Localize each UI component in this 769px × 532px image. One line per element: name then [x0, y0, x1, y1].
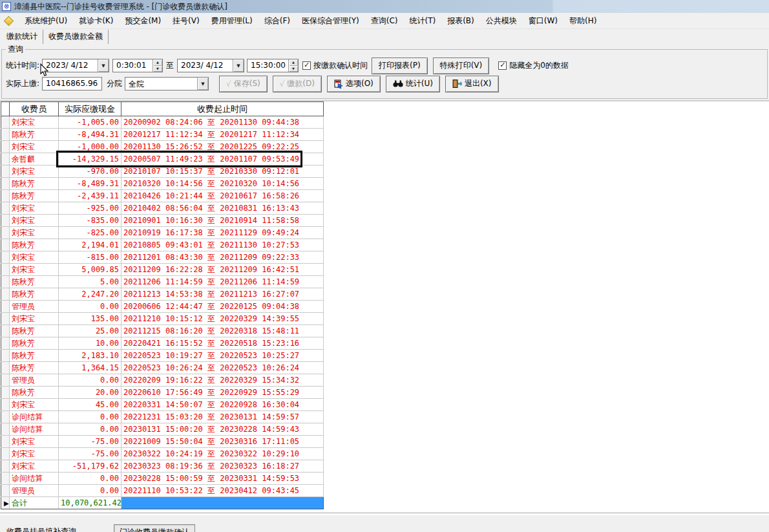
cashier-name-cell[interactable]: 陈秋芳: [10, 362, 59, 374]
time-from-spin-buttons[interactable]: ▲▼: [153, 59, 162, 72]
row-selector-cell[interactable]: [1, 485, 10, 497]
cashier-name-cell[interactable]: 刘宋宝: [10, 165, 59, 178]
time-range-cell[interactable]: 20200507 11:49:23 至 20201107 09:53:49: [121, 153, 324, 165]
table-row[interactable]: 陈秋芳 2,183.10 20220523 10:19:27 至 2022052…: [1, 350, 324, 362]
time-range-cell[interactable]: 20211213 14:53:38 至 20211213 16:27:07: [121, 288, 324, 301]
cash-amount-cell[interactable]: 2,183.10: [59, 350, 121, 362]
col-header-time[interactable]: 收费起止时间: [121, 102, 324, 116]
cash-amount-cell[interactable]: 20.00: [59, 387, 121, 399]
cashier-name-cell[interactable]: 管理员: [10, 374, 59, 387]
cashier-name-cell[interactable]: 管理员: [10, 301, 59, 313]
cashier-name-cell[interactable]: 刘宋宝: [10, 251, 59, 264]
cash-amount-cell[interactable]: 0.00: [59, 485, 121, 497]
cash-amount-cell[interactable]: -8,494.31: [59, 129, 121, 141]
row-selector-cell[interactable]: [1, 141, 10, 153]
table-row[interactable]: 陈秋芳 -2,439.11 20210426 10:21:44 至 202106…: [1, 190, 324, 202]
row-selector-cell[interactable]: [1, 337, 10, 350]
cashier-name-cell[interactable]: 刘宋宝: [10, 313, 59, 325]
cash-amount-cell[interactable]: 0.00: [59, 301, 121, 313]
table-row[interactable]: 陈秋芳 1,364.15 20220523 10:26:24 至 2022052…: [1, 362, 324, 374]
cash-amount-cell[interactable]: -75.00: [59, 436, 121, 448]
cash-amount-cell[interactable]: 0.00: [59, 411, 121, 423]
time-to-spin-buttons[interactable]: ▲▼: [288, 59, 298, 72]
time-range-cell[interactable]: 20201217 11:12:34 至 20201217 11:12:34: [121, 129, 324, 141]
table-row[interactable]: 刘宋宝 -75.00 20230322 10:24:19 至 20230322 …: [1, 448, 324, 460]
cashier-name-cell[interactable]: 诊间结算: [10, 411, 59, 423]
time-range-cell[interactable]: 20211201 08:43:30 至 20211209 09:22:33: [121, 251, 324, 264]
cash-amount-cell[interactable]: -925.00: [59, 202, 121, 215]
cashier-name-cell[interactable]: 陈秋芳: [10, 325, 59, 337]
col-header-cash[interactable]: 实际应缴现金: [59, 102, 121, 116]
cash-amount-cell[interactable]: 0.00: [59, 473, 121, 485]
time-range-cell[interactable]: 20221009 15:50:04 至 20230316 17:11:05: [121, 436, 324, 448]
tab-inactive[interactable]: 收费员缴款金额: [43, 30, 109, 44]
date-to-dropdown-icon[interactable]: ▼: [233, 59, 244, 72]
table-row[interactable]: 陈秋芳 2,247.20 20211213 14:53:38 至 2021121…: [1, 288, 324, 301]
cash-amount-cell[interactable]: -1,005.00: [59, 116, 121, 129]
time-range-cell[interactable]: 20200606 12:44:47 至 20220125 09:04:38: [121, 301, 324, 313]
cash-amount-cell[interactable]: 2,247.20: [59, 288, 121, 301]
time-range-cell[interactable]: 20221110 10:53:22 至 20230412 09:43:45: [121, 485, 324, 497]
row-selector-cell[interactable]: [1, 436, 10, 448]
table-row[interactable]: 陈秋芳 25.00 20211215 08:16:20 至 20220318 1…: [1, 325, 324, 337]
cashier-name-cell[interactable]: 陈秋芳: [10, 350, 59, 362]
cash-amount-cell[interactable]: -51,179.62: [59, 460, 121, 473]
table-row[interactable]: 诊间结算 0.00 20230131 15:00:20 至 20230228 1…: [1, 423, 324, 436]
col-header-cashier[interactable]: 收费员: [10, 102, 59, 116]
row-selector-cell[interactable]: [1, 116, 10, 129]
table-row[interactable]: 管理员 0.00 20220209 19:16:22 至 20220329 15…: [1, 374, 324, 387]
row-selector-cell[interactable]: [1, 423, 10, 436]
row-selector-cell[interactable]: [1, 387, 10, 399]
menu-item[interactable]: 查询(C): [365, 14, 404, 28]
row-selector-cell[interactable]: [1, 411, 10, 423]
menu-item[interactable]: 报表(B): [441, 14, 480, 28]
time-range-cell[interactable]: 20230322 10:24:19 至 20230322 10:29:10: [121, 448, 324, 460]
cash-amount-cell[interactable]: -2,439.11: [59, 190, 121, 202]
cashier-name-cell[interactable]: 刘宋宝: [10, 215, 59, 227]
time-range-cell[interactable]: 20210919 16:17:38 至 20211129 09:49:24: [121, 227, 324, 239]
branch-select[interactable]: 全院 ▼: [125, 77, 209, 90]
cashier-name-cell[interactable]: 刘宋宝: [10, 227, 59, 239]
cashier-name-cell[interactable]: 陈秋芳: [10, 190, 59, 202]
time-range-cell[interactable]: 20211215 08:16:20 至 20220318 15:48:11: [121, 325, 324, 337]
row-selector-cell[interactable]: [1, 202, 10, 215]
table-row[interactable]: 诊间结算 0.00 20230228 15:00:59 至 20230331 1…: [1, 473, 324, 485]
date-from-dropdown-icon[interactable]: ▼: [98, 59, 109, 72]
row-selector-cell[interactable]: [1, 178, 10, 190]
table-row[interactable]: 刘宋宝 -825.00 20210919 16:17:38 至 20211129…: [1, 227, 324, 239]
cashier-name-cell[interactable]: 刘宋宝: [10, 399, 59, 411]
cash-amount-cell[interactable]: -825.00: [59, 227, 121, 239]
cashier-name-cell[interactable]: 刘宋宝: [10, 202, 59, 215]
row-selector-cell[interactable]: [1, 399, 10, 411]
time-range-cell[interactable]: 20210320 10:14:56 至 20210320 10:14:56: [121, 178, 324, 190]
cash-amount-cell[interactable]: 2,194.01: [59, 239, 121, 251]
cashier-name-cell[interactable]: 陈秋芳: [10, 288, 59, 301]
save-button[interactable]: √ 保存(S): [219, 76, 268, 92]
table-row[interactable]: 陈秋芳 -8,489.31 20210320 10:14:56 至 202103…: [1, 178, 324, 190]
row-selector-cell[interactable]: [1, 473, 10, 485]
cashier-name-cell[interactable]: 陈秋芳: [10, 129, 59, 141]
time-range-cell[interactable]: 20211206 11:14:59 至 20211206 11:14:59: [121, 276, 324, 288]
cash-amount-cell[interactable]: 0.00: [59, 374, 121, 387]
time-range-cell[interactable]: 20210107 10:15:37 至 20210330 09:12:01: [121, 165, 324, 178]
cashier-name-cell[interactable]: 诊间结算: [10, 473, 59, 485]
menu-item[interactable]: 统计(T): [403, 14, 441, 28]
cash-amount-cell[interactable]: 25.00: [59, 325, 121, 337]
exit-button[interactable]: 退出(X): [445, 76, 499, 92]
cash-amount-cell[interactable]: 45.00: [59, 399, 121, 411]
cashier-name-cell[interactable]: 刘宋宝: [10, 460, 59, 473]
menu-item[interactable]: 预交金(M): [119, 14, 167, 28]
print-report-button[interactable]: 打印报表(P): [372, 58, 428, 74]
tab-active[interactable]: 缴款统计: [1, 30, 43, 44]
taskbar-item[interactable]: 门诊收费员缴款确认: [114, 524, 195, 532]
time-range-cell[interactable]: 20221231 15:03:20 至 20230131 14:59:57: [121, 411, 324, 423]
table-row[interactable]: 陈秋芳 -8,494.31 20201217 11:12:34 至 202012…: [1, 129, 324, 141]
taskbar-item[interactable]: 收费员挂号填补查询: [1, 524, 81, 532]
total-row[interactable]: ▶ 合计 10,070,621.42: [1, 497, 324, 509]
time-range-cell[interactable]: 20201130 15:26:52 至 20201225 09:22:25: [121, 141, 324, 153]
menu-item[interactable]: 综合(F): [258, 14, 296, 28]
cash-amount-cell[interactable]: 5.00: [59, 276, 121, 288]
time-range-cell[interactable]: 20230228 15:00:59 至 20230331 14:59:53: [121, 473, 324, 485]
table-row[interactable]: 刘宋宝 -1,005.00 20200902 08:24:06 至 202011…: [1, 116, 324, 129]
time-range-cell[interactable]: 20220610 17:56:49 至 20220929 15:55:29: [121, 387, 324, 399]
